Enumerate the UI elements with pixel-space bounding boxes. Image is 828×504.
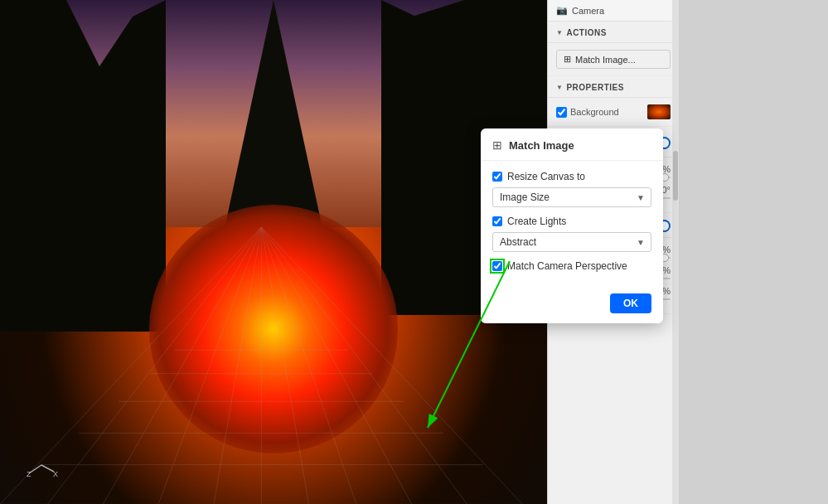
resize-canvas-checkbox-row: Resize Canvas to [492,171,651,182]
svg-line-12 [261,227,308,504]
properties-chevron-icon: ▼ [556,84,563,91]
resize-canvas-checkbox[interactable] [492,172,502,182]
abstract-dropdown-wrapper: Abstract ▼ [492,232,651,252]
create-lights-row: Create Lights Abstract ▼ [492,216,651,252]
actions-section-header[interactable]: ▼ ACTIONS [548,22,679,43]
match-image-dialog: ⊞ Match Image Resize Canvas to Image Siz… [481,128,663,323]
camera-label: Camera [572,6,604,16]
svg-text:Z: Z [27,470,31,477]
match-image-button[interactable]: ⊞ Match Image... [556,50,671,69]
match-image-btn-icon: ⊞ [564,54,571,65]
image-size-dropdown[interactable]: Image Size [492,187,651,207]
svg-line-15 [261,227,467,504]
canvas-area: Z X ⊞ Match Image Resize Canvas to [0,0,547,504]
grid-overlay [0,227,523,504]
modal-header: ⊞ Match Image [481,128,663,161]
match-image-icon: ⊞ [492,138,502,152]
properties-content: Background [548,98,679,127]
background-thumbnail[interactable] [647,104,671,119]
modal-body: Resize Canvas to Image Size ▼ Create Lig… [481,161,663,287]
ok-button[interactable]: OK [610,293,651,313]
properties-section-header[interactable]: ▼ PROPERTIES [548,76,679,98]
properties-label: PROPERTIES [566,83,623,92]
actions-chevron-icon: ▼ [556,29,563,36]
background-row: Background [556,104,671,119]
abstract-dropdown[interactable]: Abstract [492,232,651,252]
actions-label: ACTIONS [566,28,607,37]
global-rotation-value: 0° [661,185,671,195]
camera-icon: 📷 [556,5,568,16]
axis-indicator: Z X [25,448,58,479]
create-lights-checkbox[interactable] [492,216,502,226]
resize-canvas-row: Resize Canvas to Image Size ▼ [492,171,651,207]
svg-text:X: X [53,470,58,477]
create-lights-checkbox-row: Create Lights [492,216,651,227]
modal-footer: OK [481,287,663,323]
svg-line-7 [47,227,261,504]
modal-title: Match Image [509,139,574,152]
match-camera-checkbox[interactable] [492,261,502,271]
svg-line-14 [261,227,412,504]
match-camera-label[interactable]: Match Camera Perspective [507,260,627,272]
background-checkbox[interactable] [556,107,567,118]
scrollbar[interactable] [672,0,679,504]
svg-line-9 [158,227,261,504]
actions-section-left: ▼ ACTIONS [556,28,607,37]
tree-center [224,0,323,232]
background-label: Background [570,107,619,117]
canvas-image: Z X [0,0,547,504]
scrollbar-thumb[interactable] [673,151,678,201]
create-lights-label[interactable]: Create Lights [507,216,566,227]
svg-line-18 [41,465,54,472]
camera-header: 📷 Camera [548,0,679,22]
properties-section-left: ▼ PROPERTIES [556,83,624,92]
image-size-dropdown-wrapper: Image Size ▼ [492,187,651,207]
actions-content: ⊞ Match Image... [548,43,679,76]
svg-line-13 [261,227,356,504]
match-camera-row: Match Camera Perspective [492,260,651,272]
match-image-btn-label: Match Image... [575,55,636,65]
resize-canvas-label[interactable]: Resize Canvas to [507,171,585,182]
background-checkbox-row: Background [556,107,619,118]
